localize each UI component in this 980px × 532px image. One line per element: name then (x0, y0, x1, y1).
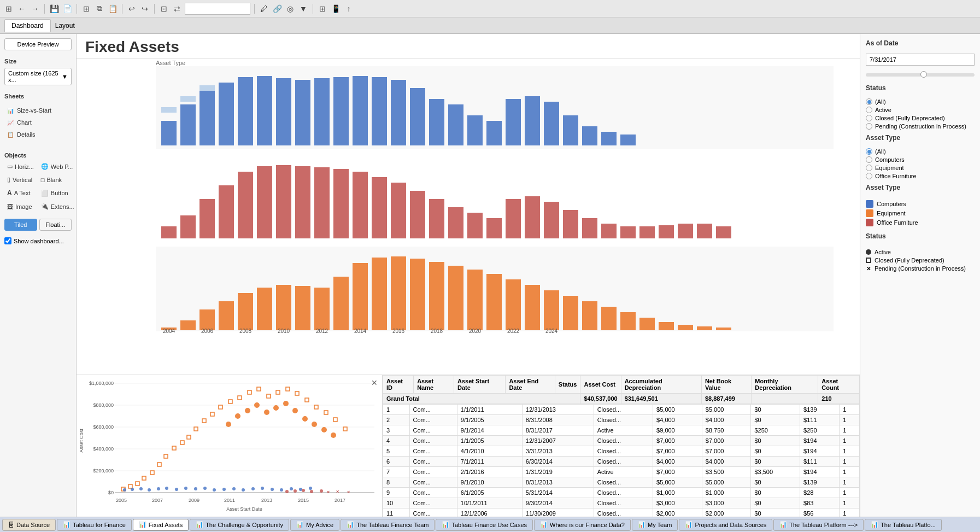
tab-use-cases[interactable]: 📊 Tableau Finance Use Cases (436, 519, 533, 531)
tab-platform-arrow[interactable]: 📊 The Tableau Platform ---> (773, 519, 864, 531)
new-icon[interactable]: 📄 (62, 3, 73, 14)
computers-group: $27,503 $23,389 $19,275 (156, 66, 834, 149)
svg-point-175 (280, 488, 283, 492)
grand-total-count: 210 (818, 394, 860, 404)
tab-platform-arrow-label: The Tableau Platform ---> (789, 522, 858, 528)
status-radio-closed[interactable]: Closed (Fully Deprecated) (866, 115, 975, 121)
tooltip-icon[interactable]: ◎ (285, 3, 296, 14)
data-icon[interactable]: ⊞ (81, 3, 92, 14)
show-dashboard-checkbox[interactable] (4, 237, 11, 244)
device-preview-button[interactable]: Device Preview (4, 38, 72, 50)
col-asset-name[interactable]: Asset Name (414, 376, 454, 394)
col-acc-dep[interactable]: Accumulated Depreciation (621, 376, 701, 394)
tab-fixed-assets[interactable]: 📊 Fixed Assets (133, 519, 189, 531)
object-image[interactable]: 🖼Image (4, 201, 37, 212)
svg-rect-142 (314, 405, 318, 409)
status-radio-pending[interactable]: Pending (Construction in Process) (866, 123, 975, 130)
objects-section-title: Objects (4, 152, 72, 159)
tab-finance-data[interactable]: 📊 Where is our Finance Data? (534, 519, 631, 531)
svg-point-183 (294, 489, 297, 493)
asset-type-radio-furniture[interactable]: Office Furniture (866, 173, 975, 179)
tab-tableau-finance[interactable]: 📊 Tableau for Finance (57, 519, 132, 531)
tab-challenge[interactable]: 📊 The Challenge & Opportunity (190, 519, 289, 531)
legend-computers-box (866, 200, 873, 208)
tab-use-cases-label: Tableau Finance Use Cases (451, 522, 527, 528)
legend-computers-label: Computers (877, 201, 906, 207)
status-radio-active[interactable]: Active (866, 107, 975, 113)
as-of-date-input[interactable] (866, 54, 975, 66)
legend-office-furniture: Office Furniture (866, 219, 975, 226)
asset-type-radio-computers-label: Computers (875, 156, 905, 163)
col-count[interactable]: Asset Count (818, 376, 860, 394)
copy-icon[interactable]: ⧉ (94, 3, 105, 14)
col-net-book[interactable]: Net Book Value (701, 376, 751, 394)
paste-icon[interactable]: 📋 (107, 3, 118, 14)
svg-rect-17 (486, 121, 502, 145)
save-icon[interactable]: 💾 (49, 3, 60, 14)
tab-platform[interactable]: 📊 The Tableau Platfo... (865, 519, 942, 531)
asset-type-radio-equipment[interactable]: Equipment (866, 165, 975, 171)
svg-rect-32 (180, 215, 196, 238)
annotate-icon[interactable]: 🔗 (272, 3, 283, 14)
col-asset-cost[interactable]: Asset Cost (580, 376, 621, 394)
svg-rect-18 (506, 99, 521, 145)
tiled-button[interactable]: Tiled (4, 219, 37, 231)
tab-my-advice[interactable]: 📊 My Advice (290, 519, 339, 531)
svg-text:2015: 2015 (298, 498, 309, 503)
text-icon: A (7, 189, 12, 197)
object-blank[interactable]: □Blank (38, 174, 77, 185)
highlight-icon[interactable]: 🖊 (259, 3, 269, 14)
col-monthly-dep[interactable]: Monthly Depreciation (752, 376, 818, 394)
tab-projects[interactable]: 📊 Projects and Data Sources (679, 519, 772, 531)
tab-layout[interactable]: Layout (51, 20, 79, 32)
search-input[interactable] (185, 3, 250, 15)
svg-rect-21 (563, 115, 578, 145)
fit-icon[interactable]: ⊡ (159, 3, 169, 14)
swap-icon[interactable]: ⇄ (172, 3, 183, 14)
undo-icon[interactable]: ↩ (126, 3, 137, 14)
webp-icon: 🌐 (41, 163, 49, 170)
scatter-close-button[interactable]: ✕ (371, 378, 378, 387)
home-icon[interactable]: ⊞ (3, 3, 14, 14)
svg-point-176 (290, 487, 293, 490)
forward-icon[interactable]: → (30, 3, 40, 14)
tab-my-team[interactable]: 📊 My Team (632, 519, 678, 531)
tab-finance-team[interactable]: 📊 The Tableau Finance Team (341, 519, 435, 531)
svg-rect-14 (429, 99, 444, 145)
redo-icon[interactable]: ↪ (139, 3, 150, 14)
object-webp[interactable]: 🌐Web P... (38, 161, 77, 172)
share-icon[interactable]: ↑ (343, 3, 354, 14)
tab-data-source[interactable]: 🗄 Data Source (2, 519, 56, 531)
tab-challenge-icon: 📊 (196, 521, 203, 528)
sheet-item-details[interactable]: 📋 Details (4, 129, 72, 140)
svg-rect-69 (257, 288, 272, 330)
col-asset-end[interactable]: Asset End Date (506, 376, 555, 394)
back-icon[interactable]: ← (16, 3, 27, 14)
show-dashboard-toggle[interactable]: Show dashboard... (4, 237, 72, 244)
object-horizontal[interactable]: ▭Horiz... (4, 161, 37, 172)
col-asset-start[interactable]: Asset Start Date (454, 376, 505, 394)
device-icon[interactable]: 📱 (330, 3, 341, 14)
date-slider-thumb[interactable] (920, 71, 927, 78)
tab-dashboard[interactable]: Dashboard (4, 19, 51, 32)
table-row: 11Com...12/1/200611/30/2009Closed...$2,0… (383, 508, 860, 517)
object-text[interactable]: AA Text (4, 187, 37, 199)
object-button[interactable]: ⬜Button (38, 187, 77, 199)
floating-button[interactable]: Floati... (39, 219, 72, 231)
filter-icon[interactable]: ▼ (298, 3, 309, 14)
col-status[interactable]: Status (555, 376, 580, 394)
size-dropdown[interactable]: Custom size (1625 x... ▼ (4, 68, 72, 85)
status-radio-all[interactable]: (All) (866, 98, 975, 105)
asset-type-radio-all[interactable]: (All) (866, 148, 975, 155)
col-asset-id[interactable]: Asset ID (383, 376, 414, 394)
present-icon[interactable]: ⊞ (317, 3, 328, 14)
object-extension[interactable]: 🔌Extens... (38, 201, 77, 212)
status-legend-closed: Closed (Fully Deprecated) (866, 257, 975, 264)
svg-rect-52 (563, 210, 578, 238)
date-slider[interactable] (866, 73, 975, 77)
asset-type-radio-computers[interactable]: Computers (866, 156, 975, 163)
sheet-item-chart[interactable]: 📈 Chart (4, 117, 72, 128)
sheet-item-sizevstart[interactable]: 📊 Size-vs-Start (4, 105, 72, 116)
object-vertical[interactable]: ▯Vertical (4, 174, 37, 185)
horiz-icon: ▭ (7, 163, 13, 170)
